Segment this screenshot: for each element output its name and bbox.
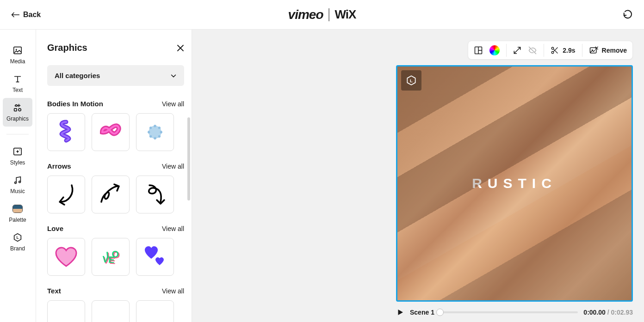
svg-text:L: L [410,78,413,83]
view-all-link[interactable]: View all [162,163,184,170]
chevron-down-icon [170,73,177,79]
brand-icon: L [12,232,23,243]
svg-rect-2 [14,109,17,111]
graphic-text-1[interactable] [47,300,85,322]
scene-label: Scene 1 [410,309,434,316]
nav-brand[interactable]: L Brand [3,228,32,256]
arrow-left-icon [11,12,19,18]
toolbar-separator [506,44,507,57]
graphic-spring[interactable] [47,113,85,151]
visibility-button[interactable] [528,46,537,55]
section-title: Love [47,225,63,232]
scissors-icon [551,46,559,55]
remove-button[interactable]: Remove [589,46,627,55]
panel-title: Graphics [47,43,87,53]
vimeo-logo: vimeo [288,7,323,22]
sparkle-icon [12,146,23,157]
wix-logo: WiX [335,7,356,22]
expand-icon [513,46,521,55]
logo-group: vimeo WiX [288,7,356,22]
nav-label: Palette [9,217,26,223]
svg-rect-20 [590,48,596,53]
view-all-link[interactable]: View all [162,287,184,295]
top-bar: Back vimeo WiX [0,0,644,30]
graphic-text-2[interactable] [92,300,130,322]
love-sticker-icon: LOVE [104,249,117,265]
brand-badge-icon: L [405,74,417,86]
categories-dropdown[interactable]: All categories [47,65,184,86]
panel-header: Graphics [47,43,184,53]
trim-button[interactable]: 2.9s [551,46,575,55]
layout-button[interactable] [474,46,483,55]
canvas-toolbar: 2.9s Remove [468,41,633,60]
graphic-hearts-purple[interactable] [136,238,174,276]
scrollbar[interactable] [187,117,190,200]
stage-wrapper: L RUSTIC Scene 1 0:00.00 / 0:02.93 [396,65,633,316]
layout-icon [474,46,483,55]
left-nav: Media Text Graphics Styles [0,30,36,322]
svg-point-7 [19,181,21,183]
graphic-arrow-loop[interactable] [92,176,130,213]
remove-label: Remove [602,47,627,54]
nav-palette[interactable]: Palette [3,199,32,228]
back-label: Back [23,11,41,19]
dropdown-value: All categories [55,72,100,79]
section-title: Arrows [47,162,71,170]
color-wheel-icon [489,45,500,55]
expand-button[interactable] [513,46,521,55]
nav-label: Brand [10,245,25,252]
nav-text[interactable]: Text [3,69,32,98]
section-title: Text [47,287,61,295]
graphics-icon [12,103,23,113]
graphic-heart-pink[interactable] [47,238,85,276]
graphic-infinity[interactable] [92,113,130,151]
view-all-link[interactable]: View all [162,225,184,232]
graphics-panel: Graphics All categories Bodies In Motion… [36,30,192,322]
back-button[interactable]: Back [11,11,41,19]
section-bodies-in-motion: Bodies In Motion View all [47,100,184,151]
nav-label: Styles [10,159,25,166]
graphic-arrow-curve-down[interactable] [47,176,85,213]
graphic-flower-burst[interactable] [136,113,174,151]
nav-graphics[interactable]: Graphics [3,98,32,127]
graphic-text-3[interactable] [136,300,174,322]
toolbar-separator [544,44,544,57]
remove-image-icon [589,46,598,55]
nav-label: Music [10,188,25,194]
undo-button[interactable] [623,10,633,20]
nav-styles[interactable]: Styles [3,142,32,170]
play-button[interactable] [396,308,404,316]
canvas-stage[interactable]: L RUSTIC [396,65,633,302]
undo-icon [623,10,633,20]
nav-separator [6,134,29,134]
brand-badge[interactable]: L [401,70,421,91]
nav-media[interactable]: Media [3,41,32,69]
graphic-arrow-spiral[interactable] [136,176,174,213]
time-display: 0:00.00 / 0:02.93 [583,309,633,316]
image-icon [12,45,23,55]
music-icon [12,175,23,185]
nav-label: Text [12,87,23,93]
timeline-slider[interactable] [440,311,578,313]
logo-divider [329,8,329,21]
duration-label: 2.9s [563,47,575,54]
graphic-love-text[interactable]: LOVE [92,238,130,276]
canvas-area: 2.9s Remove L RUSTIC Scene 1 [192,30,644,322]
nav-label: Graphics [6,115,29,122]
svg-rect-0 [14,47,22,54]
svg-point-6 [15,182,17,184]
nav-music[interactable]: Music [3,170,32,199]
svg-point-1 [16,49,17,50]
svg-point-3 [19,109,21,111]
palette-icon [12,204,23,214]
close-panel-button[interactable] [177,44,184,52]
slider-handle[interactable] [436,309,444,316]
section-arrows: Arrows View all [47,162,184,213]
canvas-text[interactable]: RUSTIC [397,176,632,191]
color-button[interactable] [489,45,500,55]
view-all-link[interactable]: View all [162,100,184,108]
time-sep: / [606,309,611,316]
close-icon [177,44,184,52]
time-current: 0:00.00 [583,309,605,316]
svg-text:L: L [16,236,19,240]
